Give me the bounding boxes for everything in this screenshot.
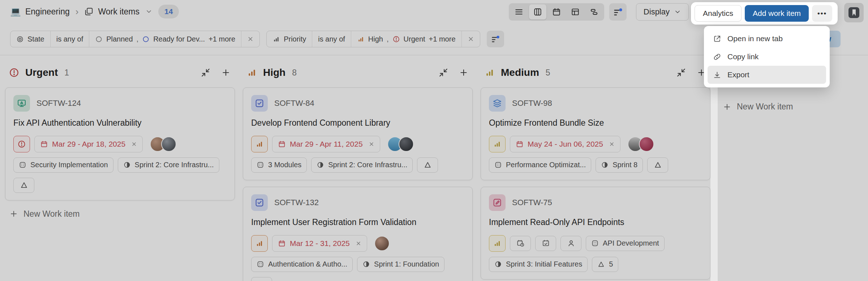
add-work-item-label: Add work item — [753, 9, 801, 18]
external-link-icon — [713, 35, 721, 43]
add-work-item-button[interactable]: Add work item — [745, 5, 809, 22]
analytics-button[interactable]: Analytics — [695, 5, 742, 22]
menu-item-label: Open in new tab — [727, 34, 783, 43]
menu-item-export[interactable]: Export — [708, 66, 826, 84]
analytics-label: Analytics — [703, 9, 733, 18]
more-options-button[interactable]: ••• — [812, 5, 832, 22]
menu-item-label: Export — [727, 70, 749, 79]
header-actions-popover-anchor: Analytics Add work item ••• — [691, 2, 838, 25]
ellipsis-icon: ••• — [817, 9, 827, 17]
menu-item-open-new-tab[interactable]: Open in new tab — [708, 30, 826, 48]
menu-item-label: Copy link — [727, 52, 759, 61]
download-icon — [713, 71, 721, 79]
link-icon — [713, 53, 721, 61]
more-options-menu: Open in new tab Copy link Export — [704, 26, 830, 87]
menu-item-copy-link[interactable]: Copy link — [708, 48, 826, 66]
